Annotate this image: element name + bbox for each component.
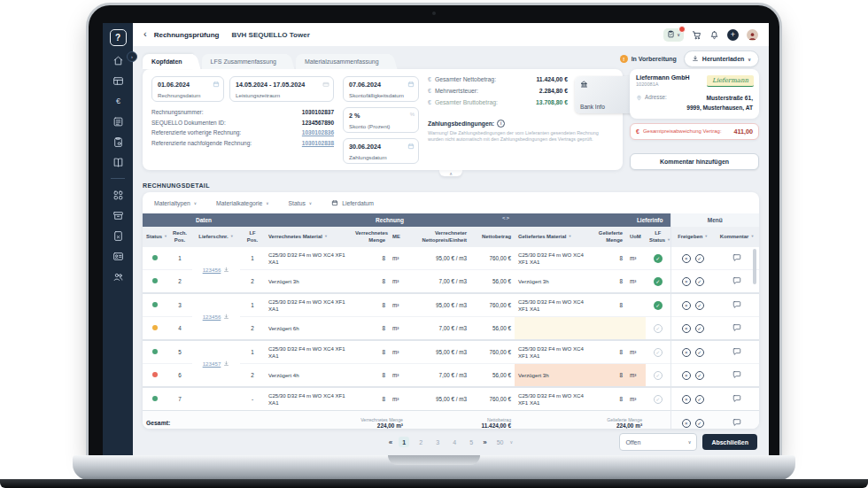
id-card-icon: [112, 251, 124, 262]
add-button[interactable]: +: [727, 29, 739, 41]
sidebar-item-euro[interactable]: €: [112, 95, 124, 107]
status-dot-green: [152, 255, 158, 260]
add-comment-button[interactable]: Kommentar hinzufügen: [630, 153, 759, 170]
vertical-scrollbar[interactable]: [753, 249, 756, 284]
pagination-page-5[interactable]: 5: [466, 437, 477, 447]
info-icon[interactable]: i: [497, 120, 505, 128]
pagination-page-4[interactable]: 4: [449, 437, 460, 447]
download-icon[interactable]: [223, 360, 229, 367]
table-filters: Materialtypen ∨ Materialkategorie ∨ Stat…: [143, 192, 759, 213]
tasks-dropdown[interactable]: ∨: [663, 28, 684, 42]
sidebar-item-table[interactable]: [112, 74, 124, 87]
invoice-date-field[interactable]: 01.06.2024 Rechnungsdatum: [151, 76, 224, 102]
sequello-logo[interactable]: ?: [110, 29, 127, 46]
sidebar-item-document-remove[interactable]: [112, 229, 124, 242]
reject-all-button[interactable]: ×: [682, 419, 691, 428]
laptop-screen: ? › € ‹ Rechnungsprüfung BVH SEQUELLO To…: [89, 5, 779, 455]
avatar[interactable]: [747, 29, 758, 41]
filter-funnel-icon[interactable]: ▼: [230, 234, 234, 238]
next-invoice-link[interactable]: 1030102838: [302, 140, 334, 146]
comment-icon[interactable]: [732, 327, 741, 333]
expand-columns-icon[interactable]: <>: [502, 215, 510, 221]
approve-button[interactable]: ✓: [695, 301, 704, 310]
delivery-note-link[interactable]: 123457: [203, 360, 221, 367]
invoice-date-label: Rechnungsdatum: [158, 92, 218, 98]
payment-date-field[interactable]: 30.06.2024 Zahlungsdatum: [343, 138, 419, 164]
download-icon[interactable]: [223, 267, 229, 273]
archive-icon: [112, 210, 124, 221]
reject-button[interactable]: ×: [682, 254, 691, 263]
back-icon[interactable]: ‹: [143, 29, 147, 39]
filter-funnel-icon[interactable]: ▼: [164, 234, 167, 238]
comment-icon[interactable]: [732, 257, 741, 263]
release-cell: ×✓: [670, 293, 715, 317]
approve-button[interactable]: ✓: [695, 371, 704, 380]
approve-button[interactable]: ✓: [695, 277, 704, 286]
sidebar-item-invoice[interactable]: [112, 115, 124, 128]
reject-button[interactable]: ×: [682, 277, 691, 286]
comment-cell: [715, 340, 759, 364]
download-icon[interactable]: [223, 314, 229, 320]
comment-icon[interactable]: [732, 374, 741, 380]
sidebar-item-archive[interactable]: [112, 209, 124, 221]
page-size-value[interactable]: 50: [497, 439, 504, 445]
collapse-header-button[interactable]: ∧: [439, 170, 462, 176]
filter-funnel-icon[interactable]: ▼: [704, 234, 708, 238]
finish-button[interactable]: Abschließen: [702, 434, 757, 450]
comment-icon[interactable]: [732, 280, 741, 286]
previous-invoice-link[interactable]: 1030102836: [302, 129, 334, 136]
state-select[interactable]: Offen ∨: [619, 433, 697, 451]
tab-materialzusammenfassung[interactable]: Materialzusammenfassung: [296, 54, 390, 69]
approve-button[interactable]: ✓: [695, 324, 704, 333]
filter-materialtypen[interactable]: Materialtypen ∨: [154, 200, 197, 206]
reject-button[interactable]: ×: [682, 324, 691, 333]
euro-icon: €: [428, 99, 431, 105]
pagination-page-2[interactable]: 2: [415, 437, 426, 447]
sidebar-item-team[interactable]: [112, 270, 124, 283]
tab-lfs-zusammenfassung[interactable]: LFS Zusammenfassung: [202, 54, 287, 69]
page-title: Rechnungsprüfung: [154, 31, 220, 39]
tab-kopfdaten[interactable]: Kopfdaten: [143, 54, 193, 69]
comment-icon[interactable]: [732, 304, 741, 310]
filter-funnel-icon[interactable]: ▼: [667, 237, 670, 242]
reject-button[interactable]: ×: [682, 395, 691, 404]
download-button[interactable]: Herunterladen ∨: [684, 50, 759, 67]
approve-all-button[interactable]: ✓: [695, 419, 704, 428]
reject-button[interactable]: ×: [682, 371, 691, 380]
column-header-label: Rech. Pos.: [173, 230, 187, 242]
skonto-date-field[interactable]: 07.06.2024 Skontofälligkeitsdatum: [343, 76, 419, 102]
sidebar-item-clipboard-settings[interactable]: [112, 136, 124, 148]
filter-lieferdatum[interactable]: Lieferdatum: [331, 199, 374, 206]
service-period-field[interactable]: 14.05.2024 - 17.05.2024 Leistungszeitrau…: [229, 76, 334, 102]
reject-button[interactable]: ×: [682, 348, 691, 357]
sidebar-item-apps[interactable]: [112, 189, 124, 201]
filter-status[interactable]: Status ∨: [289, 200, 313, 206]
sidebar-item-home[interactable]: [112, 54, 124, 66]
pagination-last[interactable]: »: [483, 438, 486, 446]
delivery-note-link[interactable]: 123456: [203, 314, 221, 320]
sidebar-expand-button[interactable]: ›: [127, 51, 137, 62]
comment-icon[interactable]: [732, 422, 741, 428]
comment-icon[interactable]: [732, 398, 741, 404]
delivered-qty-cell: [593, 317, 626, 341]
filter-funnel-icon[interactable]: ▼: [750, 234, 754, 238]
approve-button[interactable]: ✓: [695, 254, 704, 263]
pagination-page-3[interactable]: 3: [432, 437, 443, 447]
skonto-percent-field[interactable]: 2 % Skonto (Prozent) %: [343, 107, 419, 133]
pagination-first[interactable]: «: [389, 438, 392, 446]
sidebar-item-id-card[interactable]: [112, 250, 124, 262]
filter-funnel-icon[interactable]: ▼: [324, 234, 328, 238]
stage: ? › € ‹ Rechnungsprüfung BVH SEQUELLO To…: [0, 0, 868, 488]
bell-icon[interactable]: [709, 30, 719, 40]
delivery-note-link[interactable]: 123456: [203, 267, 221, 273]
filter-funnel-icon[interactable]: ▼: [568, 234, 571, 238]
filter-materialkategorie[interactable]: Materialkategorie ∨: [216, 200, 268, 206]
pagination-page-1[interactable]: 1: [399, 437, 409, 447]
billed-material-cell: C25/30 D32 F4 m WO XC4 XF1 XA1: [265, 340, 352, 364]
approve-button[interactable]: ✓: [695, 348, 704, 357]
sidebar-item-book[interactable]: [112, 156, 124, 168]
comment-icon[interactable]: [732, 351, 741, 357]
approve-button[interactable]: ✓: [695, 395, 704, 404]
cart-icon[interactable]: [692, 30, 701, 40]
reject-button[interactable]: ×: [682, 301, 691, 310]
